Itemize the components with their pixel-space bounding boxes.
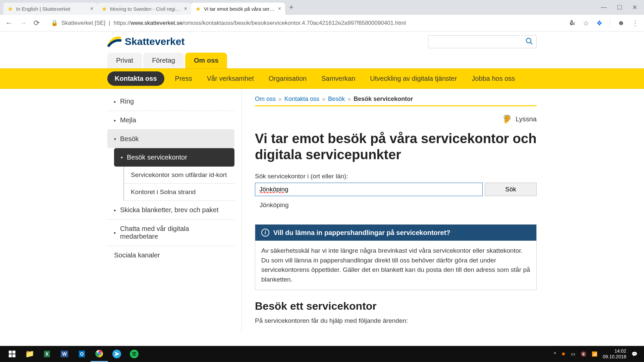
tray-avast-icon[interactable]: ✱ — [561, 351, 566, 357]
new-tab-button[interactable]: + — [289, 3, 293, 12]
forward-button[interactable]: → — [19, 19, 27, 27]
site-search-input[interactable] — [428, 36, 522, 47]
section-heading: Besök ett servicekontor — [255, 300, 537, 312]
favicon-icon: ◆ — [101, 6, 107, 12]
search-row: Sök — [255, 183, 537, 196]
tab-omoss[interactable]: Om oss — [185, 53, 227, 68]
close-window-icon[interactable]: ✕ — [632, 4, 637, 11]
nav-utveckling[interactable]: Utveckling av digitala tjänster — [366, 72, 461, 85]
chevron-down-icon: ▾ — [114, 137, 116, 141]
nav-jobba[interactable]: Jobba hos oss — [468, 72, 519, 85]
maximize-icon[interactable]: ☐ — [617, 4, 622, 11]
task-word[interactable]: W — [56, 346, 73, 362]
site-owner: Skatteverket [SE] — [61, 20, 105, 26]
translate-icon[interactable]: 🙴 — [569, 19, 576, 27]
site-search-box — [428, 35, 537, 48]
svg-rect-3 — [12, 351, 15, 354]
search-input[interactable] — [255, 183, 483, 196]
task-outlook[interactable]: O — [73, 346, 91, 362]
sidebar-item-mejla[interactable]: ▸Mejla — [107, 111, 234, 130]
svg-rect-2 — [9, 351, 12, 354]
system-tray: ^ ✱ ▭ 🔇 📶 14:02 09.10.2018 💬 — [554, 348, 641, 360]
breadcrumb-link[interactable]: Besök — [328, 96, 345, 103]
sidebar-item-besok-servicekontor[interactable]: ▾Besök servicekontor — [114, 148, 234, 167]
sidebar-item-skicka[interactable]: ▸Skicka blanketter, brev och paket — [107, 201, 234, 220]
logo-icon — [107, 35, 122, 48]
sidebar-item-besok[interactable]: ▾Besök — [107, 130, 234, 148]
task-telegram[interactable]: ➤ — [108, 346, 125, 362]
nav-kontakta-oss[interactable]: Kontakta oss — [107, 71, 164, 86]
extension-icon[interactable]: ❖ — [596, 19, 602, 27]
sidebar-item-ring[interactable]: ▸Ring — [107, 92, 234, 111]
tab-privat[interactable]: Privat — [107, 53, 142, 68]
url-domain: www.skatteverket.se — [131, 20, 183, 26]
lock-icon: 🔒 — [51, 19, 58, 26]
close-icon[interactable]: × — [184, 6, 187, 12]
nav-organisation[interactable]: Organisation — [265, 72, 311, 85]
info-icon: i — [261, 229, 269, 237]
svg-point-0 — [526, 38, 531, 43]
listen-button[interactable]: 🦻 Lyssna — [255, 114, 537, 124]
reload-button[interactable]: ⟳ — [34, 19, 40, 27]
browser-tab-strip: ◆ In English | Skatteverket × ◆ Moving t… — [0, 0, 644, 15]
minimize-icon[interactable]: — — [601, 4, 607, 11]
task-chrome[interactable] — [91, 346, 108, 362]
nav-samverkan[interactable]: Samverkan — [317, 72, 359, 85]
tab-title: Moving to Sweden - Civil registra — [110, 6, 181, 12]
search-label: Sök servicekontor i (ort eller län): — [255, 173, 537, 180]
site-header: Skatteverket — [94, 32, 550, 52]
site-logo[interactable]: Skatteverket — [107, 35, 184, 48]
main-content: Om oss » Kontakta oss » Besök » Besök se… — [255, 89, 537, 331]
site-search-button[interactable] — [522, 36, 536, 48]
browser-toolbar: ← → ⟳ 🔒 Skatteverket [SE] | https://www.… — [0, 15, 644, 32]
sidebar-subitem-idkort[interactable]: Servicekontor som utfärdar id-kort — [123, 167, 234, 184]
back-button[interactable]: ← — [5, 19, 13, 27]
page-title: Vi tar emot besök på våra servicekontor … — [255, 130, 537, 163]
sidebar-item-sociala[interactable]: Sociala kanaler — [107, 246, 234, 264]
ear-icon: 🦻 — [502, 114, 512, 124]
chevron-right-icon: ▸ — [114, 118, 116, 123]
body-text: På servicekontoren får du hjälp med följ… — [255, 317, 537, 324]
tray-clock[interactable]: 14:02 09.10.2018 — [603, 348, 626, 360]
tray-notifications-icon[interactable]: 💬 — [632, 351, 637, 357]
search-icon — [526, 38, 533, 45]
svg-line-1 — [530, 42, 532, 44]
nav-press[interactable]: Press — [171, 72, 196, 85]
search-suggestion[interactable]: Jönköping — [255, 199, 537, 211]
task-spotify[interactable]: ≡ — [125, 346, 143, 362]
star-icon[interactable]: ☆ — [583, 19, 589, 27]
info-box: i Vill du lämna in pappershandlingar på … — [255, 224, 537, 290]
browser-tab[interactable]: ◆ Moving to Sweden - Civil registra × — [97, 3, 191, 15]
address-bar[interactable]: 🔒 Skatteverket [SE] | https://www.skatte… — [46, 17, 562, 29]
close-icon[interactable]: × — [278, 6, 281, 12]
chevron-right-icon: ▸ — [114, 230, 116, 235]
tray-battery-icon[interactable]: ▭ — [571, 351, 575, 357]
breadcrumb-link[interactable]: Om oss — [255, 96, 276, 103]
tray-volume-icon[interactable]: 🔇 — [581, 351, 586, 357]
task-file-explorer[interactable]: 📁 — [21, 346, 38, 362]
page-content: Skatteverket Privat Företag Om oss Konta… — [0, 32, 644, 331]
chevron-right-icon: ▸ — [114, 208, 116, 213]
nav-verksamhet[interactable]: Vår verksamhet — [203, 72, 258, 85]
search-button[interactable]: Sök — [485, 183, 537, 196]
sidebar-item-chatta[interactable]: ▸Chatta med vår digitala medarbetare — [107, 220, 234, 246]
url-scheme: https:// — [114, 20, 131, 26]
logo-text: Skatteverket — [125, 36, 184, 47]
menu-icon[interactable]: ⋮ — [632, 19, 639, 27]
breadcrumb-link[interactable]: Kontakta oss — [284, 96, 319, 103]
browser-tab-active[interactable]: ◆ Vi tar emot besök på våra service × — [191, 3, 285, 15]
window-controls: — ☐ ✕ — [601, 4, 641, 11]
profile-icon[interactable]: ☻ — [618, 19, 625, 27]
info-body: Av säkerhetsskäl har vi inte längre någr… — [255, 241, 536, 290]
start-button[interactable] — [3, 346, 21, 362]
task-excel[interactable]: X — [38, 346, 56, 362]
tab-foretag[interactable]: Företag — [143, 53, 184, 68]
sidebar-subitem-solna[interactable]: Kontoret i Solna strand — [123, 184, 234, 201]
browser-tab[interactable]: ◆ In English | Skatteverket × — [3, 3, 97, 15]
svg-rect-5 — [12, 354, 15, 357]
tray-wifi-icon[interactable]: 📶 — [592, 351, 597, 357]
close-icon[interactable]: × — [90, 6, 93, 12]
tray-chevron-icon[interactable]: ^ — [554, 351, 556, 357]
info-header: i Vill du lämna in pappershandlingar på … — [255, 225, 536, 241]
chevron-right-icon: ▸ — [114, 99, 116, 104]
